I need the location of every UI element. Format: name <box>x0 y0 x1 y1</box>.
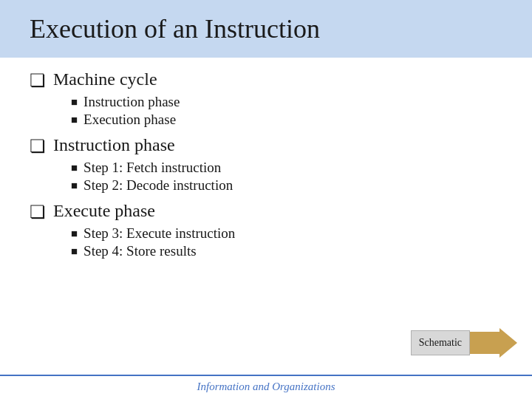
sub-bullet-icon-5: ■ <box>71 228 78 240</box>
sub-bullet-step1: ■ Step 1: Fetch instruction <box>71 160 502 176</box>
sub-bullet-execution-phase: ■ Execution phase <box>71 112 502 128</box>
bullet-icon-1: ❏ <box>30 70 46 91</box>
main-bullet-machine-cycle: ❏ Machine cycle <box>30 69 502 91</box>
arrow-head <box>499 328 517 358</box>
bullet-icon-3: ❏ <box>30 202 46 222</box>
schematic-label[interactable]: Schematic <box>411 330 470 355</box>
sub-bullet-icon-3: ■ <box>71 162 78 174</box>
footer: Information and Organizations <box>0 376 532 399</box>
sub-label-step4: Step 4: Store results <box>83 243 197 259</box>
sub-bullet-icon-1: ■ <box>71 96 78 109</box>
main-bullet-execute-phase: ❏ Execute phase <box>30 201 502 222</box>
schematic-arrow <box>470 328 517 358</box>
sub-bullet-step4: ■ Step 4: Store results <box>71 243 502 259</box>
footer-text: Information and Organizations <box>197 381 335 392</box>
sub-label-step1: Step 1: Fetch instruction <box>83 160 221 176</box>
sub-bullet-icon-2: ■ <box>71 114 78 126</box>
sub-bullet-step3: ■ Step 3: Execute instruction <box>71 225 502 242</box>
slide: Execution of an Instruction ❏ Machine cy… <box>0 0 532 399</box>
execute-phase-label: Execute phase <box>53 201 155 221</box>
sub-bullet-icon-4: ■ <box>71 180 78 192</box>
sub-bullets-execute-phase: ■ Step 3: Execute instruction ■ Step 4: … <box>71 225 502 259</box>
sub-label-step3: Step 3: Execute instruction <box>83 225 235 242</box>
sub-bullets-machine-cycle: ■ Instruction phase ■ Execution phase <box>71 94 502 128</box>
instruction-phase-label: Instruction phase <box>53 135 175 155</box>
sub-label-instruction-phase: Instruction phase <box>83 94 180 110</box>
sub-label-execution-phase: Execution phase <box>83 112 176 128</box>
sub-bullets-instruction-phase: ■ Step 1: Fetch instruction ■ Step 2: De… <box>71 160 502 194</box>
slide-title: Execution of an Instruction <box>30 14 320 44</box>
main-bullet-instruction-phase: ❏ Instruction phase <box>30 135 502 157</box>
section-machine-cycle: ❏ Machine cycle ■ Instruction phase ■ Ex… <box>30 69 502 128</box>
bullet-icon-2: ❏ <box>30 136 46 157</box>
section-instruction-phase: ❏ Instruction phase ■ Step 1: Fetch inst… <box>30 135 502 194</box>
schematic-wrapper[interactable]: Schematic <box>411 328 517 358</box>
sub-bullet-icon-6: ■ <box>71 245 78 258</box>
arrow-body <box>470 332 499 354</box>
sub-label-step2: Step 2: Decode instruction <box>83 177 233 194</box>
title-bar: Execution of an Instruction <box>0 0 532 58</box>
sub-bullet-step2: ■ Step 2: Decode instruction <box>71 177 502 194</box>
machine-cycle-label: Machine cycle <box>53 69 157 89</box>
section-execute-phase: ❏ Execute phase ■ Step 3: Execute instru… <box>30 201 502 259</box>
sub-bullet-instruction-phase: ■ Instruction phase <box>71 94 502 110</box>
